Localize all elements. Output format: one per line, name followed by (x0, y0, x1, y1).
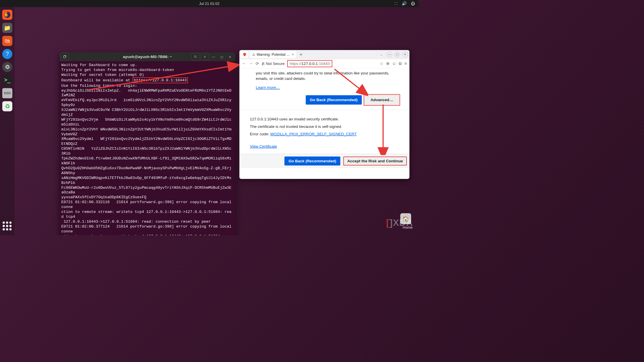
show-apps[interactable] (3, 222, 12, 231)
warning-body: you visit this site, attackers could try… (256, 70, 399, 81)
terminal-titlebar: ayush@ayush-MS-7B86: ~ ≡ — ▢ ✕ (60, 52, 235, 61)
accept-risk-row: Go Back (Recommended) Accept the Risk an… (239, 154, 409, 168)
firefox-tabs-list[interactable]: ⌄ (378, 53, 384, 56)
error-code-link[interactable]: MOZILLA_PKIX_ERROR_SELF_SIGNED_CERT (270, 132, 356, 136)
not-secure-label: Not Secure (266, 61, 285, 66)
go-back-button[interactable]: Go Back (Recommended) (306, 95, 362, 105)
firefox-new-tab[interactable]: + (298, 51, 304, 57)
svg-point-2 (194, 56, 196, 57)
gnome-top-bar: Jul 21 01:02 ⸬ 🔊 ⏻ (0, 0, 419, 7)
disk-launcher[interactable]: SSD (2, 88, 12, 98)
firefox-window: ⚠ Warning: Potential Secur × + ⌄ — ▢ ✕ ←… (239, 50, 409, 179)
settings-launcher[interactable]: ⚙ (2, 62, 12, 72)
power-icon[interactable]: ⏻ (411, 1, 415, 6)
firefox-shield-icon[interactable] (241, 51, 248, 58)
terminal-dashboard-url: https://127.0.0.1:10443 (133, 77, 188, 83)
url-text: https://127.0.0.1:10443 (290, 61, 330, 66)
go-back-button-2[interactable]: Go Back (Recommended) (284, 157, 340, 165)
tab-close-icon[interactable]: × (292, 52, 294, 57)
firefox-page-content: you visit this site, attackers could try… (239, 68, 409, 179)
terminal-window: ayush@ayush-MS-7B86: ~ ≡ — ▢ ✕ Waiting f… (60, 52, 235, 235)
system-tray[interactable]: ⸬ 🔊 ⏻ (395, 0, 415, 7)
learn-more-link[interactable]: Learn more… (256, 85, 280, 89)
firefox-tab-title: Warning: Potential Secur (256, 52, 290, 56)
firefox-launcher[interactable] (2, 10, 12, 20)
help-launcher[interactable]: ? (2, 49, 12, 59)
accept-risk-button[interactable]: Accept the Risk and Continue (343, 157, 407, 165)
software-launcher[interactable]: 🛍 (2, 36, 12, 46)
firefox-minimize[interactable]: — (387, 52, 392, 57)
terminal-output[interactable]: Waiting for Dashboard to come up. Trying… (60, 61, 235, 235)
bookmark-star-icon[interactable]: ☆ (380, 61, 384, 66)
pocket-icon[interactable]: ⊕ (386, 61, 390, 66)
terminal-maximize[interactable]: ▢ (218, 54, 225, 60)
certificate-details: 127.0.0.1:10443 uses an invalid security… (239, 110, 409, 153)
firefox-tab-bar: ⚠ Warning: Potential Secur × + ⌄ — ▢ ✕ (239, 50, 409, 59)
firefox-nav-bar: ← → ⟳ Not Secure https://127.0.0.1:10443… (239, 59, 409, 68)
network-icon[interactable]: ⸬ (395, 1, 398, 6)
view-certificate-link[interactable]: View Certificate (250, 144, 277, 148)
security-indicator[interactable]: Not Secure (261, 61, 285, 66)
trash-launcher[interactable]: ♻ (2, 101, 12, 111)
extensions-icon[interactable]: ⧉ (399, 61, 402, 66)
terminal-launcher[interactable]: >_ (2, 75, 12, 85)
xda-watermark: []XDA (386, 217, 413, 228)
forward-icon[interactable]: → (249, 61, 253, 66)
error-code-label: Error code: (250, 132, 270, 136)
files-launcher[interactable]: 📁 (2, 23, 12, 33)
terminal-minimize[interactable]: — (210, 54, 217, 60)
cert-invalid-line: 127.0.0.1:10443 uses an invalid security… (250, 115, 399, 123)
reload-icon[interactable]: ⟳ (256, 61, 259, 66)
back-icon[interactable]: ← (242, 61, 246, 66)
terminal-menu[interactable]: ≡ (201, 53, 209, 61)
cert-self-signed-line: The certificate is not trusted because i… (250, 123, 399, 130)
warning-button-row: Go Back (Recommended) Advanced… (239, 93, 409, 110)
warning-icon: ⚠ (252, 52, 255, 56)
account-icon[interactable]: ☺ (392, 61, 396, 66)
terminal-text-post: Use the following token to login: eyJhbG… (61, 84, 234, 235)
dock: 📁 🛍 ? ⚙ >_ SSD ♻ (0, 7, 15, 235)
security-warning-text: you visit this site, attackers could try… (239, 68, 409, 93)
advanced-button[interactable]: Advanced… (365, 95, 399, 105)
firefox-close[interactable]: ✕ (402, 52, 408, 57)
volume-icon[interactable]: 🔊 (402, 1, 407, 6)
firefox-tab-1[interactable]: ⚠ Warning: Potential Secur × (250, 51, 296, 58)
terminal-search[interactable] (191, 53, 200, 61)
firefox-maximize[interactable]: ▢ (394, 52, 400, 57)
firefox-menu-icon[interactable]: ≡ (405, 61, 407, 66)
url-bar[interactable]: https://127.0.0.1:10443 (287, 60, 332, 67)
terminal-close[interactable]: ✕ (227, 54, 234, 60)
clock[interactable]: Jul 21 01:02 (199, 1, 220, 6)
